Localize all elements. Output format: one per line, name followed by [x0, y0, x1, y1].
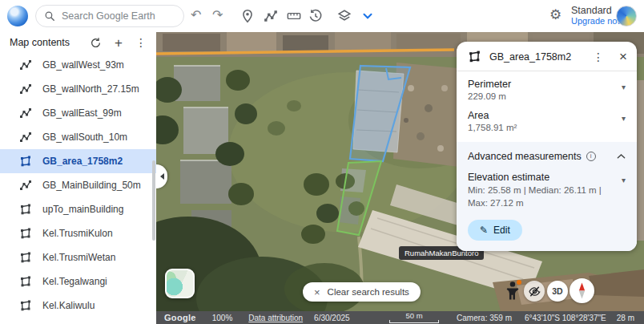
path-icon [19, 59, 32, 71]
sidebar-item-list: GB_wallWest_93m GB_wallNorth_27.15m GB_w… [0, 53, 156, 318]
perimeter-unit-dropdown[interactable]: ▾ [622, 79, 626, 101]
placemark-pin-button[interactable] [240, 9, 255, 23]
toggle-ui-visibility-button[interactable] [524, 281, 545, 302]
toggle-3d-button[interactable]: 3D [547, 281, 568, 302]
compass-button[interactable] [570, 278, 594, 303]
panel-close-icon[interactable]: × [614, 51, 629, 63]
map-style-thumbnail-button[interactable] [165, 269, 195, 298]
sidebar-item-label: GB_wallSouth_10m [42, 132, 127, 143]
google-earth-logo[interactable] [7, 6, 28, 26]
map-layers-button[interactable] [337, 9, 352, 23]
sidebar-item-gb-wallwest[interactable]: GB_wallWest_93m [0, 53, 156, 77]
sidebar-item-label: Kel.Kaliwulu [42, 300, 95, 311]
chevron-left-icon [160, 173, 164, 180]
map-scale: 50 m [389, 312, 439, 323]
refresh-icon[interactable] [90, 37, 102, 49]
sidebar-item-label: GB_wallEast_99m [42, 107, 122, 119]
info-icon[interactable]: i [586, 152, 596, 161]
area-value: 1,758.91 m² [468, 123, 622, 132]
perimeter-label: Perimeter [468, 79, 622, 90]
historical-imagery-button[interactable] [308, 9, 323, 23]
elevation-row: Elevation estimate Min: 25.58 m | Median… [468, 172, 626, 209]
area-unit-dropdown[interactable]: ▾ [622, 110, 626, 132]
sidebar-item-kel-trusmiwetan[interactable]: Kel.TrusmiWetan [0, 245, 156, 269]
advanced-measurements-header[interactable]: Advanced measurements i [468, 151, 626, 162]
chevron-up-icon[interactable] [617, 153, 626, 160]
sidebar-item-label: Kel.TrusmiWetan [42, 252, 115, 263]
edit-button[interactable]: ✎ Edit [468, 220, 522, 241]
sidebar-item-gb-wallsouth[interactable]: GB_wallSouth_10m [0, 125, 156, 149]
pegman-status-dot [517, 280, 521, 285]
perimeter-row: Perimeter 229.09 m ▾ [457, 71, 637, 103]
advanced-measurements-section: Advanced measurements i Elevation estima… [457, 142, 637, 251]
polygon-icon [19, 203, 32, 216]
sidebar-item-upto-mainbuilding[interactable]: upTo_mainBuilding [0, 197, 156, 221]
map-contents-sidebar: Map contents + ⋮ GB_wallWest_93m GB_wall… [0, 32, 156, 324]
sidebar-item-label: GB_MainBuilding_50m [42, 180, 141, 191]
sidebar-item-gb-area-selected[interactable]: GB_area_1758m2 [0, 149, 156, 173]
map-scale-bar [389, 320, 439, 323]
google-earth-window: ↶ ↷ ⚙ Standard Upgrade now Map contents … [0, 0, 644, 324]
edit-button-label: Edit [493, 225, 510, 236]
sidebar-item-label: Kel.TrusmiKulon [42, 228, 113, 239]
camera-altitude: Camera: 359 m [457, 314, 512, 322]
map-scale-label: 50 m [406, 311, 423, 320]
area-label: Area [468, 110, 622, 121]
pencil-icon: ✎ [480, 225, 488, 236]
settings-gear-button[interactable]: ⚙ [549, 7, 561, 23]
sidebar-menu-kebab-icon[interactable]: ⋮ [135, 37, 147, 49]
panel-title: GB_area_1758m2 [489, 51, 582, 63]
sidebar-item-label: GB_wallNorth_27.15m [42, 83, 139, 95]
zoom-level-value: 100% [212, 314, 233, 322]
sidebar-item-kel-tegalwangi[interactable]: Kel.Tegalwangi [0, 269, 156, 294]
measure-ruler-button[interactable] [287, 9, 301, 23]
polygon-icon [19, 155, 32, 168]
sidebar-item-label: GB_area_1758m2 [42, 156, 123, 167]
path-icon [19, 83, 32, 95]
google-watermark: Google [164, 313, 196, 322]
sidebar-header: Map contents + ⋮ [0, 32, 156, 53]
polygon-icon [19, 299, 32, 312]
elevation-unit-dropdown[interactable]: ▾ [622, 172, 626, 209]
sidebar-item-gb-wallnorth[interactable]: GB_wallNorth_27.15m [0, 77, 156, 101]
search-icon [44, 10, 55, 22]
polygon-icon [468, 50, 481, 63]
polygon-icon [19, 227, 32, 240]
panel-menu-kebab-icon[interactable]: ⋮ [590, 51, 606, 63]
top-toolbar: ↶ ↷ ⚙ Standard Upgrade now [0, 0, 644, 32]
polygon-icon [19, 275, 32, 288]
sidebar-title: Map contents [10, 37, 77, 48]
status-bar: Google 100% Data attribution 6/30/2025 5… [156, 311, 644, 324]
measurement-panel: GB_area_1758m2 ⋮ × Perimeter 229.09 m ▾ … [457, 42, 637, 251]
sidebar-item-label: GB_wallWest_93m [42, 59, 124, 71]
elevation-label: Elevation estimate [468, 172, 622, 183]
draw-path-button[interactable] [264, 9, 278, 23]
clear-search-results-button[interactable]: × Clear search results [303, 282, 421, 302]
sidebar-scrollbar[interactable] [152, 160, 155, 241]
search-input[interactable] [62, 10, 175, 22]
chevron-down-icon[interactable] [360, 9, 375, 23]
imagery-date: 6/30/2025 [314, 314, 350, 322]
add-item-button[interactable]: + [115, 37, 123, 49]
advanced-measurements-label: Advanced measurements [468, 151, 582, 162]
data-attribution-link[interactable]: Data attribution [248, 314, 303, 322]
profile-avatar[interactable] [616, 6, 637, 26]
perimeter-value: 229.09 m [468, 91, 622, 101]
path-icon [19, 179, 32, 192]
close-icon: × [314, 286, 320, 298]
path-icon [19, 107, 32, 119]
sidebar-item-label: upTo_mainBuilding [42, 204, 123, 215]
search-box[interactable] [35, 5, 184, 27]
undo-button[interactable]: ↶ [191, 7, 201, 23]
panel-header: GB_area_1758m2 ⋮ × [457, 42, 637, 71]
ground-elevation: 28 m [617, 314, 634, 322]
sidebar-item-gb-mainbuilding[interactable]: GB_MainBuilding_50m [0, 173, 156, 197]
path-icon [19, 131, 32, 144]
area-row: Area 1,758.91 m² ▾ [457, 103, 637, 134]
pegman-streetview-button[interactable] [503, 280, 522, 302]
compass-needle-icon [570, 278, 594, 303]
sidebar-item-kel-kaliwulu[interactable]: Kel.Kaliwulu [0, 294, 156, 318]
sidebar-item-kel-trusmikulon[interactable]: Kel.TrusmiKulon [0, 221, 156, 245]
sidebar-item-gb-walleast[interactable]: GB_wallEast_99m [0, 101, 156, 125]
redo-button[interactable]: ↷ [212, 7, 223, 23]
